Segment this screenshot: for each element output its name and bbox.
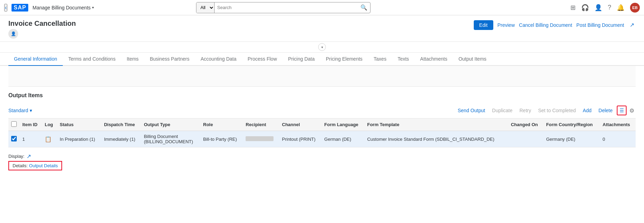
preview-button[interactable]: Preview: [497, 20, 515, 30]
page-title: Invoice Cancellation: [8, 20, 76, 28]
tab-accounting-data[interactable]: Accounting Data: [195, 53, 242, 66]
row-status: In Preparation (1): [57, 131, 101, 147]
tab-terms-and-conditions[interactable]: Terms and Conditions: [63, 53, 121, 66]
col-channel: Channel: [279, 118, 321, 131]
row-dispatch-time: Immediately (1): [101, 131, 141, 147]
row-log: 📋: [42, 131, 57, 147]
page-subtitle: 👤: [8, 29, 76, 39]
sap-logo-text: SAP: [14, 5, 26, 10]
row-form-language: German (DE): [322, 131, 365, 147]
grid-icon-button[interactable]: ⊞: [570, 4, 576, 11]
tab-general-information[interactable]: General Information: [8, 53, 63, 66]
output-items-title: Output Items: [8, 92, 636, 99]
row-checkbox[interactable]: [11, 136, 17, 141]
col-form-language: Form Language: [322, 118, 365, 131]
col-form-country-region: Form Country/Region: [543, 118, 600, 131]
row-channel: Printout (PRINT): [279, 131, 321, 147]
col-role: Role: [200, 118, 243, 131]
log-icon-button[interactable]: 📋: [45, 136, 52, 143]
row-role: Bill-to Party (RE): [200, 131, 243, 147]
delete-button[interactable]: Delete: [596, 106, 615, 115]
col-form-template: Form Template: [364, 118, 508, 131]
edit-button[interactable]: Edit: [474, 20, 493, 30]
display-icon-button[interactable]: ↗: [27, 153, 31, 160]
col-output-type: Output Type: [141, 118, 200, 131]
table-header-row: Item ID Log Status Dispatch Time Output …: [8, 118, 636, 131]
page-header-left: Invoice Cancellation 👤: [8, 20, 76, 41]
col-log: Log: [42, 118, 57, 131]
nav-title: Manage Billing Documents ▾: [32, 5, 94, 10]
display-label: Display:: [8, 154, 24, 159]
send-output-button[interactable]: Send Output: [455, 106, 488, 115]
row-attachments: 0: [600, 131, 636, 147]
search-bar: All 🔍: [196, 2, 370, 13]
toolbar-left: Standard ▾: [8, 108, 32, 113]
toolbar-right: Send Output Duplicate Retry Set to Compl…: [455, 106, 636, 115]
nav-title-text: Manage Billing Documents: [32, 5, 91, 10]
blank-section: [8, 66, 636, 87]
page-header: Invoice Cancellation 👤 Edit Preview Canc…: [0, 15, 644, 42]
subtitle-icon: 👤: [8, 29, 18, 39]
col-attachments: Attachments: [600, 118, 636, 131]
standard-view-chevron-icon: ▾: [30, 108, 32, 113]
search-input[interactable]: [215, 2, 358, 13]
collapse-button[interactable]: ▾: [318, 43, 326, 51]
row-recipient: [243, 131, 279, 147]
row-checkbox-cell: [8, 131, 20, 147]
row-output-type: Billing Document(BILLING_DOCUMENT): [141, 131, 200, 147]
display-area: Display: ↗: [8, 150, 636, 161]
output-items-table: Item ID Log Status Dispatch Time Output …: [8, 118, 636, 147]
avatar[interactable]: EB: [630, 3, 640, 13]
standard-view-button[interactable]: Standard ▾: [8, 108, 32, 113]
bottom-bar: Display: ↗ Details: Output Details: [8, 147, 636, 173]
col-status: Status: [57, 118, 101, 131]
notifications-icon-button[interactable]: 🔔: [617, 4, 624, 11]
search-icon-button[interactable]: 🔍: [358, 4, 370, 11]
gear-icon: ⚙: [629, 108, 634, 114]
tab-texts[interactable]: Texts: [392, 53, 415, 66]
cancel-billing-document-button[interactable]: Cancel Billing Document: [519, 20, 572, 30]
tab-pricing-data[interactable]: Pricing Data: [283, 53, 320, 66]
tab-attachments[interactable]: Attachments: [414, 53, 453, 66]
table-toolbar: Standard ▾ Send Output Duplicate Retry S…: [8, 103, 636, 118]
tab-pricing-elements[interactable]: Pricing Elements: [320, 53, 368, 66]
add-button[interactable]: Add: [580, 106, 594, 115]
nav-title-chevron-icon[interactable]: ▾: [92, 6, 94, 9]
table-row: 1 📋 In Preparation (1) Immediately (1) B…: [8, 131, 636, 147]
col-recipient: Recipient: [243, 118, 279, 131]
set-to-completed-button[interactable]: Set to Completed: [535, 106, 578, 115]
duplicate-button[interactable]: Duplicate: [489, 106, 515, 115]
collapse-bar: ▾: [0, 42, 644, 53]
external-link-icon-button[interactable]: ↗: [628, 20, 636, 30]
tab-process-flow[interactable]: Process Flow: [242, 53, 283, 66]
table-view-icon: ☰: [620, 108, 624, 113]
person-icon-button[interactable]: 👤: [594, 4, 602, 11]
back-button[interactable]: ‹: [4, 4, 7, 11]
search-filter-select[interactable]: All: [196, 2, 215, 13]
retry-button[interactable]: Retry: [517, 106, 534, 115]
gear-icon-button[interactable]: ⚙: [628, 106, 636, 115]
post-billing-document-button[interactable]: Post Billing Document: [576, 20, 624, 30]
person-icon: 👤: [11, 31, 16, 36]
row-form-template: Customer Invoice Standard Form (SDBIL_CI…: [364, 131, 508, 147]
select-all-checkbox[interactable]: [11, 121, 17, 127]
col-item-id: Item ID: [20, 118, 42, 131]
details-row: Details: Output Details: [8, 161, 636, 170]
tab-output-items[interactable]: Output Items: [453, 53, 492, 66]
top-nav: ‹ SAP Manage Billing Documents ▾ All 🔍 ⊞…: [0, 0, 644, 15]
help-icon-button[interactable]: ?: [608, 4, 611, 11]
details-label: Details:: [13, 163, 28, 168]
output-details-link[interactable]: Output Details: [29, 163, 58, 168]
main-content: Output Items Standard ▾ Send Output Dupl…: [0, 66, 644, 173]
table-view-icon-button[interactable]: ☰: [617, 106, 627, 115]
tab-items[interactable]: Items: [121, 53, 144, 66]
col-dispatch-time: Dispatch Time: [101, 118, 141, 131]
headset-icon-button[interactable]: 🎧: [581, 4, 589, 11]
select-all-header: [8, 118, 20, 131]
tab-business-partners[interactable]: Business Partners: [144, 53, 195, 66]
row-form-country-region: Germany (DE): [543, 131, 600, 147]
row-item-id: 1: [20, 131, 42, 147]
tabs-bar: General Information Terms and Conditions…: [0, 53, 644, 66]
tab-taxes[interactable]: Taxes: [368, 53, 392, 66]
details-box: Details: Output Details: [8, 161, 62, 170]
